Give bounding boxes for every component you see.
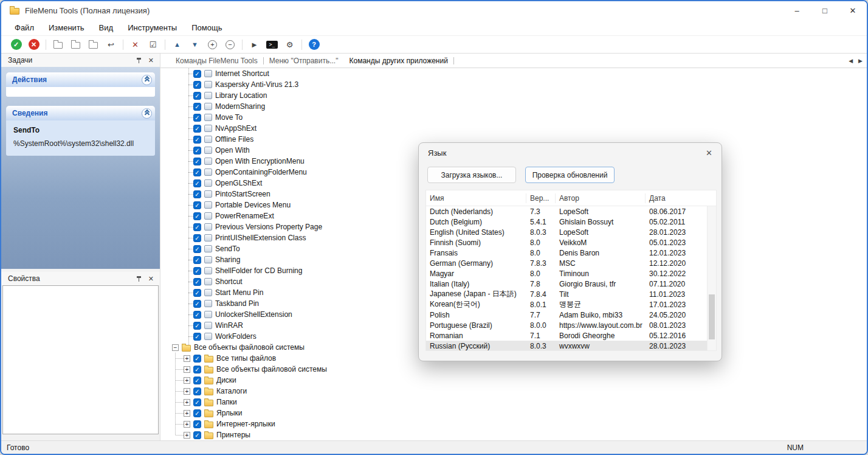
checkbox-checked-icon[interactable]: ✓ bbox=[193, 212, 201, 220]
table-row[interactable]: English (United States) 8.0.3 LopeSoft 2… bbox=[426, 227, 716, 237]
column-header-date[interactable]: Дата bbox=[646, 193, 707, 203]
table-row[interactable]: Fransais 8.0 Denis Baron 12.01.2023 bbox=[426, 248, 716, 258]
checkbox-checked-icon[interactable]: ✓ bbox=[193, 103, 201, 111]
column-header-version[interactable]: Вер... bbox=[526, 193, 556, 203]
checkbox-checked-icon[interactable]: ✓ bbox=[193, 168, 201, 176]
tab-filemenu-commands[interactable]: Команды FileMenu Tools bbox=[170, 57, 263, 65]
checkbox-checked-icon[interactable]: ✓ bbox=[193, 398, 201, 406]
expand-box-icon[interactable]: + bbox=[184, 366, 190, 373]
check-updates-button[interactable]: Проверка обновлений bbox=[525, 167, 615, 183]
tab-scroll-left-icon[interactable]: ◀ bbox=[849, 58, 853, 64]
folder-up-button[interactable] bbox=[86, 38, 100, 52]
console-button[interactable]: >_ bbox=[265, 38, 279, 52]
move-up-button[interactable]: ▲ bbox=[170, 38, 184, 52]
checkbox-checked-icon[interactable]: ✓ bbox=[193, 179, 201, 187]
tab-other-apps-commands[interactable]: Команды других приложений bbox=[343, 57, 453, 65]
tab-scroll-right-icon[interactable]: ▶ bbox=[858, 58, 863, 64]
table-row[interactable]: Italian (Italy) 7.8 Giorgio Brausi, tfr … bbox=[426, 279, 716, 289]
checkbox-checked-icon[interactable]: ✓ bbox=[193, 300, 201, 308]
menu-item[interactable]: Помощь bbox=[184, 23, 229, 32]
table-row[interactable]: Finnish (Suomi) 8.0 VeikkoM 05.01.2023 bbox=[426, 237, 716, 248]
checkbox-checked-icon[interactable]: ✓ bbox=[193, 70, 201, 78]
expand-box-icon[interactable]: + bbox=[184, 432, 190, 439]
table-row[interactable]: German (Germany) 7.8.3 MSC 12.12.2020 bbox=[426, 258, 716, 268]
checkbox-checked-icon[interactable]: ✓ bbox=[193, 92, 201, 100]
expand-box-icon[interactable]: + bbox=[184, 399, 190, 406]
checkbox-checked-icon[interactable]: ✓ bbox=[193, 136, 201, 144]
checkbox-checked-icon[interactable]: ✓ bbox=[193, 409, 201, 417]
tree-item[interactable]: ✓ Kaspersky Anti-Virus 21.3 bbox=[160, 79, 867, 90]
table-row[interactable]: Portuguese (Brazil) 8.0.0 https://www.la… bbox=[426, 320, 716, 330]
checkbox-checked-icon[interactable]: ✓ bbox=[193, 125, 201, 133]
pin-icon[interactable] bbox=[136, 57, 142, 64]
menu-item[interactable]: Вид bbox=[92, 23, 121, 32]
checkbox-checked-icon[interactable]: ✓ bbox=[193, 420, 201, 428]
menu-item[interactable]: Инструменты bbox=[120, 23, 184, 32]
checkbox-checked-icon[interactable]: ✓ bbox=[193, 278, 201, 286]
collapse-box-icon[interactable]: − bbox=[172, 344, 179, 351]
maximize-button[interactable]: □ bbox=[811, 1, 839, 19]
tree-folder-item[interactable]: + ✓ Диски bbox=[160, 375, 867, 386]
table-row[interactable]: Japanese (Japan - 日本語) 7.8.4 Tilt 11.01.… bbox=[426, 289, 716, 299]
table-row[interactable]: Russian (Русский) 8.0.3 wvxwxvw 28.01.20… bbox=[426, 341, 716, 351]
expand-box-icon[interactable]: + bbox=[184, 388, 190, 395]
collapse-section-button[interactable] bbox=[142, 75, 152, 85]
checkbox-checked-icon[interactable]: ✓ bbox=[193, 147, 201, 155]
table-row[interactable]: Dutch (Nederlands) 7.3 LopeSoft 08.06.20… bbox=[426, 206, 716, 217]
checkbox-checked-icon[interactable]: ✓ bbox=[193, 366, 201, 373]
column-header-name[interactable]: Имя bbox=[426, 193, 526, 203]
table-row[interactable]: Magyar 8.0 Timinoun 30.12.2022 bbox=[426, 268, 716, 279]
download-languages-button[interactable]: Загрузка языков... bbox=[427, 167, 516, 183]
properties-panel-close-icon[interactable]: ✕ bbox=[148, 275, 154, 283]
collapse-section-button[interactable] bbox=[142, 108, 152, 119]
undo-button[interactable]: ↩ bbox=[104, 38, 118, 52]
tree-folder-item[interactable]: + ✓ Ярлыки bbox=[160, 408, 867, 419]
checkbox-checked-icon[interactable]: ✓ bbox=[193, 267, 201, 275]
tree-item[interactable]: ✓ Internet Shortcut bbox=[160, 68, 867, 79]
menu-item[interactable]: Изменить bbox=[41, 23, 92, 32]
tree-item[interactable]: ✓ Library Location bbox=[160, 90, 867, 101]
table-row[interactable]: Polish 7.7 Adam Buiko, mbi33 24.05.2020 bbox=[426, 310, 716, 320]
checkbox-checked-icon[interactable]: ✓ bbox=[193, 311, 201, 319]
tree-folder-item[interactable]: + ✓ Принтеры bbox=[160, 429, 867, 440]
table-row[interactable]: Dutch (Belgium) 5.4.1 Ghislain Bossuyt 0… bbox=[426, 217, 716, 227]
expand-all-button[interactable]: + bbox=[205, 38, 219, 52]
checkbox-checked-icon[interactable]: ✓ bbox=[193, 114, 201, 122]
checkbox-checked-icon[interactable]: ✓ bbox=[193, 81, 201, 89]
settings-button[interactable]: ⚙ bbox=[283, 38, 297, 52]
table-row[interactable]: Romanian 7.1 Borodi Gheorghe 05.12.2016 bbox=[426, 330, 716, 341]
folder-new-button[interactable] bbox=[51, 38, 65, 52]
menu-item[interactable]: Файл bbox=[7, 23, 41, 32]
scrollbar-thumb[interactable] bbox=[709, 294, 715, 339]
checkbox-checked-icon[interactable]: ✓ bbox=[193, 431, 201, 439]
toggle-check-button[interactable]: ☑ bbox=[146, 38, 160, 52]
checkbox-checked-icon[interactable]: ✓ bbox=[193, 333, 201, 341]
delete-button[interactable]: ✕ bbox=[128, 38, 142, 52]
move-down-button[interactable]: ▼ bbox=[188, 38, 202, 52]
tasks-panel-close-icon[interactable]: ✕ bbox=[148, 57, 154, 64]
tree-folder-item[interactable]: + ✓ Все объекты файловой системы bbox=[160, 364, 867, 375]
table-scrollbar[interactable] bbox=[707, 206, 716, 350]
checkbox-checked-icon[interactable]: ✓ bbox=[193, 245, 201, 253]
checkbox-checked-icon[interactable]: ✓ bbox=[193, 190, 201, 198]
dialog-close-icon[interactable]: ✕ bbox=[706, 148, 712, 158]
expand-box-icon[interactable]: + bbox=[184, 410, 190, 417]
checkbox-checked-icon[interactable]: ✓ bbox=[193, 322, 201, 330]
expand-box-icon[interactable]: + bbox=[184, 421, 190, 428]
column-header-author[interactable]: Автор bbox=[556, 193, 646, 203]
run-button[interactable]: ► bbox=[247, 38, 261, 52]
collapse-all-button[interactable]: − bbox=[223, 38, 237, 52]
checkbox-checked-icon[interactable]: ✓ bbox=[193, 158, 201, 165]
checkbox-checked-icon[interactable]: ✓ bbox=[193, 377, 201, 384]
table-row[interactable]: Korean(한국어) 8.0.1 맹봉균 17.01.2023 bbox=[426, 299, 716, 310]
tree-item[interactable]: ✓ Move To bbox=[160, 112, 867, 123]
checkbox-checked-icon[interactable]: ✓ bbox=[193, 256, 201, 264]
checkbox-checked-icon[interactable]: ✓ bbox=[193, 201, 201, 209]
pin-icon[interactable] bbox=[136, 276, 142, 282]
tab-sendto-menu[interactable]: Меню "Отправить..." bbox=[264, 57, 344, 65]
cancel-button[interactable]: ✕ bbox=[27, 38, 41, 52]
tree-folder-item[interactable]: + ✓ Папки bbox=[160, 397, 867, 408]
tree-folder-item[interactable]: + ✓ Интернет-ярлыки bbox=[160, 419, 867, 429]
minimize-button[interactable]: – bbox=[783, 1, 811, 19]
checkbox-checked-icon[interactable]: ✓ bbox=[193, 234, 201, 242]
